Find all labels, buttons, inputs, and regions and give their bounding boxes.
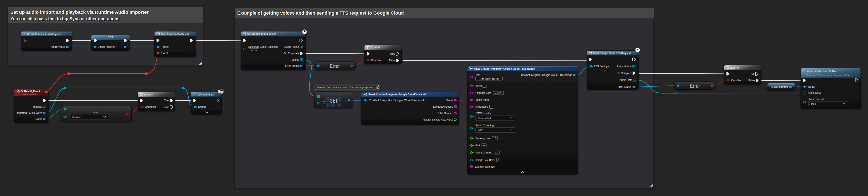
svg-text:Use the first available voice: Use the first available voice for testin… — [317, 86, 373, 89]
svg-text:Language Codes: Language Codes — [433, 105, 453, 108]
svg-text:Pitch: Pitch — [475, 144, 480, 147]
svg-text:Status: Status — [35, 118, 42, 120]
svg-text:Audio Importer: Audio Importer — [771, 85, 788, 88]
svg-text:Target is Runtime Audio Import: Target is Runtime Audio Importer Library — [807, 74, 852, 76]
svg-text:Audio Importer: Audio Importer — [98, 46, 116, 48]
svg-text:SSML: SSML — [475, 84, 483, 87]
svg-text:en-US: en-US — [251, 49, 257, 52]
svg-text:Target: Target — [161, 46, 168, 48]
svg-text:MP3: MP3 — [478, 129, 483, 131]
svg-text:0.0: 0.0 — [483, 144, 486, 147]
svg-text:False: False — [389, 59, 395, 62]
svg-text:True: True — [749, 72, 754, 75]
svg-text:Voices: Voices — [291, 58, 299, 61]
svg-text:Set up audio import and playba: Set up audio import and playback via Run… — [10, 9, 149, 15]
svg-text:Return Value: Return Value — [50, 46, 65, 48]
svg-text:Speaking Rate: Speaking Rate — [475, 137, 491, 140]
svg-text:Send Google Cloud TTS Request: Send Google Cloud TTS Request — [593, 52, 631, 55]
svg-text:Language Code (Optional): Language Code (Optional) — [248, 46, 278, 48]
svg-text:Text: Text — [475, 74, 480, 77]
svg-text:Error: Error — [690, 83, 700, 89]
svg-text:Target: Target — [808, 85, 815, 88]
svg-text:Model Name: Model Name — [475, 105, 488, 108]
svg-text:0: 0 — [498, 159, 499, 161]
svg-text:Branch: Branch — [144, 93, 153, 96]
svg-text:1.0: 1.0 — [493, 137, 496, 139]
svg-text:0: 0 — [324, 102, 325, 105]
svg-text:Example of getting voices and: Example of getting voices and then sendi… — [237, 10, 404, 16]
svg-text:Hi, this is my speech: Hi, this is my speech — [479, 78, 499, 80]
svg-text:Voice Name: Voice Name — [475, 99, 489, 101]
svg-text:Async Action: Async Action — [284, 46, 299, 48]
svg-text:Chatbot Integrator Google Clou: Chatbot Integrator Google Cloud TTSSetti… — [521, 74, 572, 77]
svg-text:Audio Data: Audio Data — [619, 79, 632, 82]
svg-text:You can also pass this to Lip: You can also pass this to Lip Sync or ot… — [10, 16, 120, 21]
svg-text:TTS Settings: TTS Settings — [594, 65, 609, 68]
svg-text:Async Action: Async Action — [617, 65, 631, 68]
svg-text:Custom Event: Custom Event — [21, 93, 36, 96]
svg-text:False: False — [748, 79, 755, 82]
svg-text:On Complete: On Complete — [617, 72, 632, 75]
svg-text:True: True — [390, 52, 395, 55]
svg-text:Bind Event to On Result: Bind Event to On Result — [161, 32, 189, 36]
svg-text:Imported Sound Wave: Imported Sound Wave — [17, 112, 42, 114]
svg-text:Play Sound 2D: Play Sound 2D — [197, 93, 214, 96]
svg-text:OnResult_Event: OnResult_Event — [21, 90, 40, 93]
svg-text:Error Status: Error Status — [285, 64, 299, 67]
svg-text:mp3: mp3 — [811, 103, 816, 105]
svg-text:Create Runtime Audio Importer: Create Runtime Audio Importer — [27, 32, 62, 36]
svg-text:Condition: Condition — [145, 106, 156, 108]
svg-text:On Complete: On Complete — [284, 52, 299, 55]
svg-text:Audio Encoding: Audio Encoding — [475, 124, 494, 127]
svg-text:Chatbot Integrator Google Clou: Chatbot Integrator Google Cloud Voice In… — [369, 99, 426, 102]
svg-text:Import Audio from Buffer: Import Audio from Buffer — [807, 69, 836, 73]
svg-text:SSMLGender: SSMLGender — [475, 112, 491, 115]
svg-text:GET: GET — [330, 97, 338, 104]
svg-text:Sample Rate Hertz: Sample Rate Hertz — [475, 159, 495, 162]
svg-text:Volume Gain Db: Volume Gain Db — [475, 151, 492, 154]
svg-text:Importer: Importer — [32, 105, 42, 108]
svg-text:Unspecified: Unspecified — [478, 117, 491, 119]
svg-text:Name: Name — [446, 99, 453, 102]
svg-text:Success: Success — [72, 116, 81, 118]
svg-text:False: False — [163, 106, 169, 109]
svg-text:Audio Data: Audio Data — [808, 91, 821, 94]
svg-text:Natural Sample Rate Hertz: Natural Sample Rate Hertz — [423, 118, 453, 121]
svg-text:Break Chatbot Integrator Googl: Break Chatbot Integrator Google Cloud Vo… — [368, 93, 427, 96]
svg-text:Condition: Condition — [731, 79, 742, 82]
svg-text:SET: SET — [108, 36, 113, 39]
svg-text:Event: Event — [161, 52, 168, 55]
svg-text:True: True — [164, 99, 169, 102]
svg-text:en-US: en-US — [495, 92, 501, 94]
svg-text:0.0: 0.0 — [495, 151, 498, 154]
svg-text:Effects Profile Ids: Effects Profile Ids — [475, 165, 495, 168]
svg-text:Audio Format: Audio Format — [808, 98, 824, 101]
svg-text:Language Code: Language Code — [475, 91, 491, 94]
svg-text:Make Chatbot Integrator Google: Make Chatbot Integrator Google Cloud TTS… — [474, 67, 535, 70]
svg-text:Sound: Sound — [198, 106, 206, 108]
svg-text:Branch: Branch — [371, 46, 380, 49]
svg-text:SSMLGender: SSMLGender — [437, 112, 453, 115]
svg-text:Branch: Branch — [730, 66, 740, 69]
svg-text:Error Status: Error Status — [617, 85, 631, 88]
svg-text:Error: Error — [330, 63, 340, 69]
svg-text:Condition: Condition — [371, 59, 382, 62]
svg-text:Get Google Cloud Voices: Get Google Cloud Voices — [247, 32, 276, 35]
